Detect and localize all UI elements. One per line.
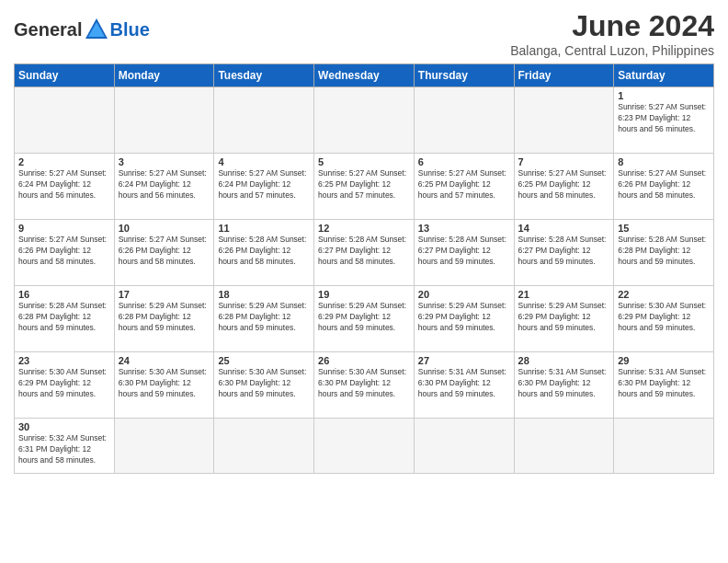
day-number: 1 xyxy=(618,90,710,101)
day-number: 5 xyxy=(318,156,410,167)
day-info: Sunrise: 5:28 AM Sunset: 6:27 PM Dayligh… xyxy=(418,235,510,268)
calendar-day-cell: 25Sunrise: 5:30 AM Sunset: 6:30 PM Dayli… xyxy=(214,352,314,419)
calendar-day-cell: 24Sunrise: 5:30 AM Sunset: 6:30 PM Dayli… xyxy=(114,352,214,419)
title-area: June 2024 Balanga, Central Luzon, Philip… xyxy=(510,9,714,58)
day-number: 10 xyxy=(119,223,210,234)
day-info: Sunrise: 5:27 AM Sunset: 6:23 PM Dayligh… xyxy=(618,102,710,135)
day-info: Sunrise: 5:28 AM Sunset: 6:26 PM Dayligh… xyxy=(218,235,310,268)
day-number: 22 xyxy=(618,289,710,300)
calendar-day-cell xyxy=(214,87,314,154)
calendar-day-cell: 10Sunrise: 5:27 AM Sunset: 6:26 PM Dayli… xyxy=(114,220,214,286)
logo: General Blue xyxy=(14,17,150,42)
day-number: 14 xyxy=(518,223,610,234)
calendar-day-cell xyxy=(214,419,314,474)
day-info: Sunrise: 5:28 AM Sunset: 6:27 PM Dayligh… xyxy=(318,235,410,268)
calendar-day-cell: 1Sunrise: 5:27 AM Sunset: 6:23 PM Daylig… xyxy=(614,87,714,154)
day-info: Sunrise: 5:30 AM Sunset: 6:30 PM Dayligh… xyxy=(318,367,410,400)
calendar-day-cell: 28Sunrise: 5:31 AM Sunset: 6:30 PM Dayli… xyxy=(514,352,614,419)
calendar-body: 1Sunrise: 5:27 AM Sunset: 6:23 PM Daylig… xyxy=(15,87,714,474)
day-number: 27 xyxy=(418,355,510,366)
day-number: 7 xyxy=(518,156,610,167)
calendar-day-cell: 21Sunrise: 5:29 AM Sunset: 6:29 PM Dayli… xyxy=(514,286,614,352)
day-number: 4 xyxy=(218,156,310,167)
calendar-header-cell: Thursday xyxy=(414,64,514,87)
calendar-day-cell xyxy=(314,87,415,154)
day-number: 15 xyxy=(618,223,710,234)
calendar-day-cell xyxy=(314,419,415,474)
calendar-header-cell: Wednesday xyxy=(314,64,415,87)
day-info: Sunrise: 5:27 AM Sunset: 6:24 PM Dayligh… xyxy=(218,168,310,201)
calendar-day-cell: 12Sunrise: 5:28 AM Sunset: 6:27 PM Dayli… xyxy=(314,220,415,286)
calendar-week-row: 2Sunrise: 5:27 AM Sunset: 6:24 PM Daylig… xyxy=(15,154,714,220)
calendar-header-cell: Tuesday xyxy=(214,64,314,87)
calendar-title: June 2024 xyxy=(510,9,714,43)
day-info: Sunrise: 5:27 AM Sunset: 6:26 PM Dayligh… xyxy=(18,235,110,268)
calendar-day-cell: 17Sunrise: 5:29 AM Sunset: 6:28 PM Dayli… xyxy=(114,286,214,352)
calendar-day-cell xyxy=(514,87,614,154)
calendar-week-row: 16Sunrise: 5:28 AM Sunset: 6:28 PM Dayli… xyxy=(15,286,714,352)
day-info: Sunrise: 5:31 AM Sunset: 6:30 PM Dayligh… xyxy=(418,367,510,400)
day-info: Sunrise: 5:27 AM Sunset: 6:24 PM Dayligh… xyxy=(18,168,110,201)
calendar-header-cell: Saturday xyxy=(614,64,714,87)
header: General Blue June 2024 Balanga, Central … xyxy=(14,9,714,58)
calendar-day-cell: 16Sunrise: 5:28 AM Sunset: 6:28 PM Dayli… xyxy=(15,286,115,352)
day-number: 13 xyxy=(418,223,510,234)
calendar-header-cell: Friday xyxy=(514,64,614,87)
day-number: 8 xyxy=(618,156,710,167)
day-info: Sunrise: 5:30 AM Sunset: 6:29 PM Dayligh… xyxy=(618,301,710,334)
day-info: Sunrise: 5:27 AM Sunset: 6:25 PM Dayligh… xyxy=(518,168,610,201)
calendar-day-cell xyxy=(514,419,614,474)
calendar-table: SundayMondayTuesdayWednesdayThursdayFrid… xyxy=(14,63,714,474)
day-info: Sunrise: 5:27 AM Sunset: 6:26 PM Dayligh… xyxy=(618,168,710,201)
calendar-week-row: 23Sunrise: 5:30 AM Sunset: 6:29 PM Dayli… xyxy=(15,352,714,419)
day-info: Sunrise: 5:30 AM Sunset: 6:30 PM Dayligh… xyxy=(218,367,310,400)
day-info: Sunrise: 5:30 AM Sunset: 6:30 PM Dayligh… xyxy=(119,367,210,400)
day-number: 3 xyxy=(119,156,210,167)
calendar-day-cell: 6Sunrise: 5:27 AM Sunset: 6:25 PM Daylig… xyxy=(414,154,514,220)
day-number: 26 xyxy=(318,355,410,366)
day-number: 30 xyxy=(18,421,110,432)
day-number: 19 xyxy=(318,289,410,300)
day-info: Sunrise: 5:29 AM Sunset: 6:29 PM Dayligh… xyxy=(418,301,510,334)
calendar-day-cell xyxy=(414,87,514,154)
day-info: Sunrise: 5:28 AM Sunset: 6:27 PM Dayligh… xyxy=(518,235,610,268)
day-number: 18 xyxy=(218,289,310,300)
calendar-day-cell: 22Sunrise: 5:30 AM Sunset: 6:29 PM Dayli… xyxy=(614,286,714,352)
day-info: Sunrise: 5:29 AM Sunset: 6:28 PM Dayligh… xyxy=(119,301,210,334)
day-info: Sunrise: 5:29 AM Sunset: 6:29 PM Dayligh… xyxy=(318,301,410,334)
calendar-day-cell: 13Sunrise: 5:28 AM Sunset: 6:27 PM Dayli… xyxy=(414,220,514,286)
calendar-day-cell: 30Sunrise: 5:32 AM Sunset: 6:31 PM Dayli… xyxy=(15,419,115,474)
calendar-day-cell: 7Sunrise: 5:27 AM Sunset: 6:25 PM Daylig… xyxy=(514,154,614,220)
calendar-subtitle: Balanga, Central Luzon, Philippines xyxy=(510,43,714,58)
day-info: Sunrise: 5:30 AM Sunset: 6:29 PM Dayligh… xyxy=(18,367,110,400)
calendar-day-cell: 11Sunrise: 5:28 AM Sunset: 6:26 PM Dayli… xyxy=(214,220,314,286)
day-number: 2 xyxy=(18,156,110,167)
calendar-day-cell: 5Sunrise: 5:27 AM Sunset: 6:25 PM Daylig… xyxy=(314,154,415,220)
logo-icon xyxy=(84,17,109,42)
calendar-day-cell: 19Sunrise: 5:29 AM Sunset: 6:29 PM Dayli… xyxy=(314,286,415,352)
calendar-day-cell: 15Sunrise: 5:28 AM Sunset: 6:28 PM Dayli… xyxy=(614,220,714,286)
calendar-day-cell: 2Sunrise: 5:27 AM Sunset: 6:24 PM Daylig… xyxy=(15,154,115,220)
day-number: 25 xyxy=(218,355,310,366)
day-info: Sunrise: 5:28 AM Sunset: 6:28 PM Dayligh… xyxy=(618,235,710,268)
day-info: Sunrise: 5:27 AM Sunset: 6:25 PM Dayligh… xyxy=(418,168,510,201)
day-number: 17 xyxy=(119,289,210,300)
calendar-day-cell xyxy=(114,87,214,154)
logo-text-general: General xyxy=(14,19,82,40)
calendar-day-cell: 14Sunrise: 5:28 AM Sunset: 6:27 PM Dayli… xyxy=(514,220,614,286)
calendar-header-cell: Sunday xyxy=(15,64,115,87)
day-info: Sunrise: 5:29 AM Sunset: 6:29 PM Dayligh… xyxy=(518,301,610,334)
day-number: 16 xyxy=(18,289,110,300)
calendar-day-cell: 9Sunrise: 5:27 AM Sunset: 6:26 PM Daylig… xyxy=(15,220,115,286)
calendar-week-row: 9Sunrise: 5:27 AM Sunset: 6:26 PM Daylig… xyxy=(15,220,714,286)
day-info: Sunrise: 5:28 AM Sunset: 6:28 PM Dayligh… xyxy=(18,301,110,334)
day-number: 12 xyxy=(318,223,410,234)
day-number: 29 xyxy=(618,355,710,366)
calendar-day-cell: 3Sunrise: 5:27 AM Sunset: 6:24 PM Daylig… xyxy=(114,154,214,220)
calendar-day-cell xyxy=(114,419,214,474)
calendar-day-cell: 29Sunrise: 5:31 AM Sunset: 6:30 PM Dayli… xyxy=(614,352,714,419)
calendar-day-cell: 20Sunrise: 5:29 AM Sunset: 6:29 PM Dayli… xyxy=(414,286,514,352)
calendar-week-row: 30Sunrise: 5:32 AM Sunset: 6:31 PM Dayli… xyxy=(15,419,714,474)
day-info: Sunrise: 5:27 AM Sunset: 6:24 PM Dayligh… xyxy=(119,168,210,201)
calendar-day-cell: 23Sunrise: 5:30 AM Sunset: 6:29 PM Dayli… xyxy=(15,352,115,419)
